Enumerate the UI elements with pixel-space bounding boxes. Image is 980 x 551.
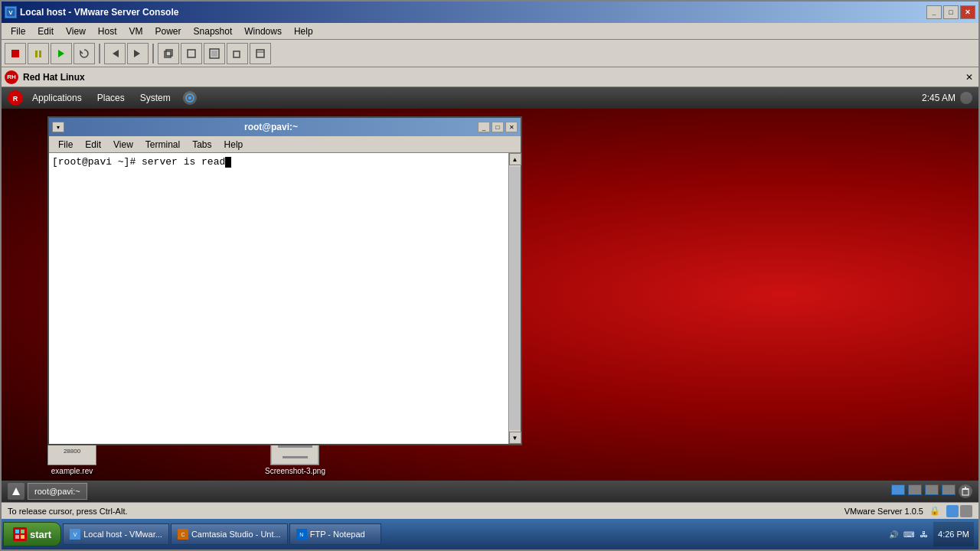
minimize-vm-button[interactable] <box>227 43 248 64</box>
svg-rect-26 <box>15 535 19 539</box>
menu-edit[interactable]: Edit <box>31 24 60 38</box>
gnome-terminal-task-btn[interactable]: root@pavi:~ <box>28 483 87 500</box>
window-button[interactable] <box>250 43 271 64</box>
term-menu-help[interactable]: Help <box>218 138 250 152</box>
file-thumb-label-example: example.rev <box>51 467 93 475</box>
menu-file[interactable]: File <box>5 24 31 38</box>
svg-rect-21 <box>962 489 969 495</box>
stop-button[interactable] <box>5 43 26 64</box>
terminal-content[interactable]: [root@pavi ~]# server is read <box>49 153 508 444</box>
svg-marker-6 <box>113 50 119 57</box>
scrollbar-up-btn[interactable]: ▲ <box>509 153 521 165</box>
svg-rect-2 <box>11 50 19 57</box>
taskbar-localhos-label: Local host - VMwar... <box>83 530 162 539</box>
taskbar-workspace-3[interactable] <box>925 484 939 495</box>
svg-rect-24 <box>15 530 19 533</box>
start-label: start <box>30 529 51 540</box>
menu-snapshot[interactable]: Snapshot <box>188 24 239 38</box>
gnome-clock: 2:45 AM <box>922 92 972 104</box>
svg-rect-10 <box>188 50 195 57</box>
taskbar-camtasia-btn[interactable]: C Camtasia Studio - Unt... <box>171 523 288 545</box>
start-button[interactable]: start <box>3 522 61 546</box>
menu-view[interactable]: View <box>60 24 92 38</box>
back-button[interactable] <box>104 43 126 64</box>
svg-rect-14 <box>256 50 264 57</box>
systray-icon-1[interactable]: 🔊 <box>887 528 900 540</box>
gnome-system[interactable]: System <box>134 91 177 105</box>
status-bar: To release cursor, press Ctrl-Alt. VMwar… <box>2 502 978 519</box>
svg-rect-13 <box>234 51 240 57</box>
terminal-body[interactable]: [root@pavi ~]# server is read ▲ ▼ <box>49 153 521 444</box>
restore-button[interactable] <box>158 43 179 64</box>
taskbar-workspace-4[interactable] <box>942 484 956 495</box>
term-menu-edit[interactable]: Edit <box>79 138 107 152</box>
forward-button[interactable] <box>127 43 149 64</box>
vm-tab-label[interactable]: Red Hat Linux <box>23 72 85 83</box>
status-icon-1 <box>946 505 959 517</box>
play-button[interactable] <box>51 43 72 64</box>
terminal-window[interactable]: ▾ root@pavi:~ _ □ ✕ File Edit View Termi… <box>47 116 522 445</box>
terminal-system-menu[interactable]: ▾ <box>52 122 64 132</box>
vm-tab-icon: RH <box>5 70 18 84</box>
gnome-applications[interactable]: Applications <box>26 91 88 105</box>
menu-host[interactable]: Host <box>92 24 123 38</box>
status-icon-2 <box>960 505 972 517</box>
minimize-button[interactable]: _ <box>926 5 942 19</box>
terminal-window-buttons: _ □ ✕ <box>478 122 518 132</box>
terminal-minimize-btn[interactable]: _ <box>478 122 490 132</box>
taskbar-notepad-icon: N <box>296 529 307 540</box>
windows-start-icon <box>13 527 27 541</box>
gnome-taskbar-nav[interactable] <box>8 483 24 500</box>
taskbar-camtasia-icon: C <box>178 529 188 540</box>
terminal-maximize-btn[interactable]: □ <box>492 122 504 132</box>
scrollbar-track[interactable] <box>510 167 521 430</box>
term-menu-terminal[interactable]: Terminal <box>139 138 186 152</box>
file-thumb-label-screenshot: Screenshot-3.png <box>265 467 325 475</box>
taskbar-notepad-btn[interactable]: N FTP - Notepad <box>289 523 381 545</box>
title-bar: V Local host - VMware Server Console _ □… <box>2 2 978 23</box>
terminal-prompt-text: [root@pavi ~]# server is read <box>52 156 225 168</box>
systray-icon-2[interactable]: ⌨ <box>903 528 915 540</box>
toolbar-separator-2 <box>152 44 154 64</box>
taskbar-workspace-2[interactable] <box>908 484 922 495</box>
term-menu-view[interactable]: View <box>107 138 139 152</box>
maximize-button[interactable]: □ <box>943 5 959 19</box>
lock-icon: 🔒 <box>929 506 940 516</box>
svg-rect-8 <box>165 51 171 57</box>
svg-marker-7 <box>134 50 140 57</box>
scrollbar-down-btn[interactable]: ▼ <box>509 432 521 444</box>
term-menu-file[interactable]: File <box>52 138 79 152</box>
refresh-button[interactable] <box>74 43 95 64</box>
taskbar-workspace-1[interactable] <box>891 484 905 495</box>
svg-rect-25 <box>21 530 24 533</box>
main-content: R Applications Places System 2:45 AM <box>2 87 978 519</box>
vm-display[interactable]: R Applications Places System 2:45 AM <box>2 87 978 502</box>
menu-help[interactable]: Help <box>288 24 319 38</box>
terminal-close-btn[interactable]: ✕ <box>505 122 518 132</box>
systray-icon-3[interactable]: 🖧 <box>918 528 930 540</box>
title-buttons: _ □ ✕ <box>926 5 975 19</box>
window-title: Local host - VMware Server Console <box>20 7 178 18</box>
close-button[interactable]: ✕ <box>960 5 975 19</box>
status-right: VMware Server 1.0.5 🔒 <box>844 505 972 517</box>
menu-bar: File Edit View Host VM Power Snapshot Wi… <box>2 23 978 40</box>
terminal-scrollbar[interactable]: ▲ ▼ <box>508 153 521 444</box>
title-bar-left: V Local host - VMware Server Console <box>5 6 178 18</box>
gnome-clock-icon <box>960 92 972 104</box>
svg-point-19 <box>188 96 191 99</box>
menu-windows[interactable]: Windows <box>238 24 288 38</box>
menu-vm[interactable]: VM <box>123 24 149 38</box>
fullscreen-button[interactable] <box>204 43 225 64</box>
menu-power[interactable]: Power <box>149 24 188 38</box>
gnome-top-panel: R Applications Places System 2:45 AM <box>2 87 978 109</box>
gnome-trash-icon[interactable] <box>959 484 972 498</box>
toolbar-separator-1 <box>99 44 100 64</box>
windows-clock: 4:26 PM <box>933 522 974 546</box>
vmware-window: V Local host - VMware Server Console _ □… <box>0 0 980 551</box>
taskbar-localhos-btn[interactable]: V Local host - VMwar... <box>63 523 169 545</box>
maximize-vm-button[interactable] <box>181 43 202 64</box>
tab-close-button[interactable]: ✕ <box>963 71 975 83</box>
term-menu-tabs[interactable]: Tabs <box>186 138 217 152</box>
gnome-places[interactable]: Places <box>91 91 131 105</box>
pause-button[interactable] <box>28 43 49 64</box>
